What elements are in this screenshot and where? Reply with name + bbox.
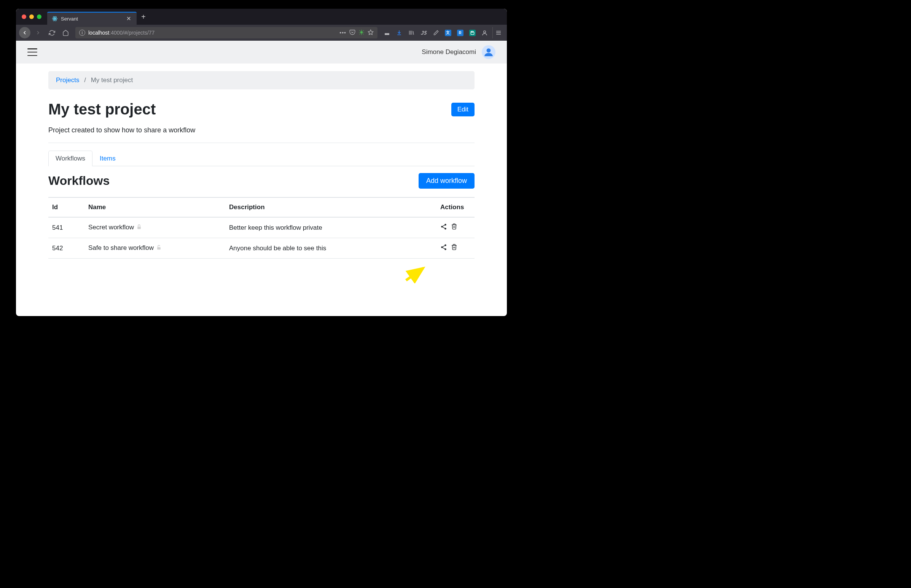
svg-rect-7 (471, 31, 473, 32)
bookmark-star-icon[interactable] (367, 29, 374, 37)
library-icon[interactable] (406, 27, 417, 39)
col-id: Id (49, 197, 84, 217)
nav-back-button[interactable] (19, 27, 31, 39)
r-extension-icon[interactable]: R (455, 27, 466, 39)
annotation-arrow (402, 264, 429, 283)
breadcrumb-current: My test project (91, 76, 133, 84)
cell-description: Better keep this workflow private (225, 217, 437, 238)
eyedropper-icon[interactable] (430, 27, 442, 39)
window-close-button[interactable] (22, 15, 26, 19)
downloads-icon[interactable] (393, 27, 405, 39)
table-row: 542Safe to share workflowAnyone should b… (49, 238, 474, 258)
trash-icon[interactable] (451, 244, 457, 252)
svg-point-9 (487, 48, 491, 52)
tab-nav: Workflows Items (49, 150, 474, 166)
browser-tab-bar: Servant ✕ + (16, 9, 507, 25)
section-title: Workflows (49, 174, 110, 188)
browser-tab[interactable]: Servant ✕ (47, 12, 137, 25)
url-more-icon[interactable]: ••• (340, 30, 346, 36)
add-workflow-button[interactable]: Add workflow (419, 173, 474, 189)
svg-rect-16 (157, 247, 160, 249)
breadcrumb-root-link[interactable]: Projects (56, 76, 79, 84)
user-avatar-icon[interactable] (482, 45, 495, 59)
user-area[interactable]: Simone Degiacomi (422, 45, 495, 59)
app-header: Simone Degiacomi (16, 41, 507, 63)
site-info-icon[interactable]: i (79, 30, 85, 36)
browser-window: Servant ✕ + i localhost:4000/#/projects/… (16, 9, 507, 316)
nav-home-button[interactable] (59, 27, 71, 39)
menu-toggle-button[interactable] (28, 48, 37, 56)
edit-button[interactable]: Edit (451, 103, 474, 116)
col-name: Name (84, 197, 225, 217)
window-minimize-button[interactable] (29, 15, 34, 19)
cell-name: Secret workflow (84, 217, 225, 238)
profile-icon[interactable] (479, 27, 490, 39)
url-port: :4000 (109, 30, 123, 36)
project-description: Project created to show how to share a w… (49, 126, 474, 143)
url-host: localhost (88, 30, 109, 36)
page-title: My test project (49, 101, 155, 118)
browser-toolbar-icons: JS 文 R (381, 27, 504, 39)
tab-title: Servant (61, 16, 123, 22)
workflows-table: Id Name Description Actions 541Secret wo… (49, 197, 474, 258)
svg-line-21 (443, 247, 445, 249)
js-extension-icon[interactable]: JS (418, 27, 429, 39)
svg-point-4 (360, 31, 363, 34)
new-tab-button[interactable]: + (137, 13, 150, 21)
breadcrumb: Projects / My test project (49, 71, 474, 89)
trash-icon[interactable] (451, 223, 457, 232)
svg-line-23 (406, 268, 423, 280)
svg-point-0 (54, 18, 55, 19)
svg-line-15 (443, 227, 445, 228)
inbox-icon[interactable] (381, 27, 393, 39)
cell-id: 542 (49, 238, 84, 258)
svg-point-19 (445, 248, 447, 250)
svg-point-11 (445, 224, 447, 226)
svg-line-20 (443, 246, 445, 247)
user-name: Simone Degiacomi (422, 48, 476, 56)
table-row: 541Secret workflowBetter keep this workf… (49, 217, 474, 238)
tab-close-icon[interactable]: ✕ (126, 15, 132, 22)
nav-reload-button[interactable] (46, 27, 58, 39)
main-content: Projects / My test project My test proje… (16, 63, 507, 266)
unlock-icon (156, 245, 162, 252)
cell-description: Anyone should be able to see this (225, 238, 437, 258)
window-controls (16, 15, 47, 19)
svg-point-18 (441, 246, 443, 248)
svg-point-12 (441, 226, 443, 228)
cell-name: Safe to share workflow (84, 238, 225, 258)
lock-icon (136, 224, 142, 232)
svg-point-8 (483, 31, 485, 33)
svg-rect-6 (385, 33, 389, 35)
bug-icon[interactable] (358, 29, 364, 37)
browser-menu-icon[interactable] (492, 27, 504, 39)
browser-nav-bar: i localhost:4000/#/projects/77 ••• (16, 25, 507, 41)
svg-marker-5 (368, 30, 373, 35)
url-text: localhost:4000/#/projects/77 (88, 30, 337, 36)
cell-id: 541 (49, 217, 84, 238)
section-header: Workflows Add workflow (49, 173, 474, 189)
svg-point-17 (445, 245, 447, 246)
react-favicon-icon (52, 16, 58, 22)
nav-forward-button[interactable] (32, 27, 44, 39)
save-extension-icon[interactable] (466, 27, 478, 39)
breadcrumb-separator: / (84, 76, 86, 84)
svg-rect-10 (138, 227, 141, 229)
window-maximize-button[interactable] (37, 15, 42, 19)
table-header-row: Id Name Description Actions (49, 197, 474, 217)
cell-actions (437, 217, 474, 238)
title-row: My test project Edit (49, 101, 474, 118)
col-description: Description (225, 197, 437, 217)
share-icon[interactable] (440, 223, 447, 232)
svg-line-14 (443, 225, 445, 226)
tab-workflows[interactable]: Workflows (49, 150, 92, 166)
pocket-icon[interactable] (350, 29, 355, 37)
svg-point-13 (445, 228, 447, 230)
translate-extension-icon[interactable]: 文 (442, 27, 454, 39)
cell-actions (437, 238, 474, 258)
col-actions: Actions (437, 197, 474, 217)
tab-items[interactable]: Items (92, 150, 123, 166)
url-bar[interactable]: i localhost:4000/#/projects/77 ••• (75, 27, 377, 39)
share-icon[interactable] (440, 244, 447, 252)
url-path: /#/projects/77 (123, 30, 154, 36)
